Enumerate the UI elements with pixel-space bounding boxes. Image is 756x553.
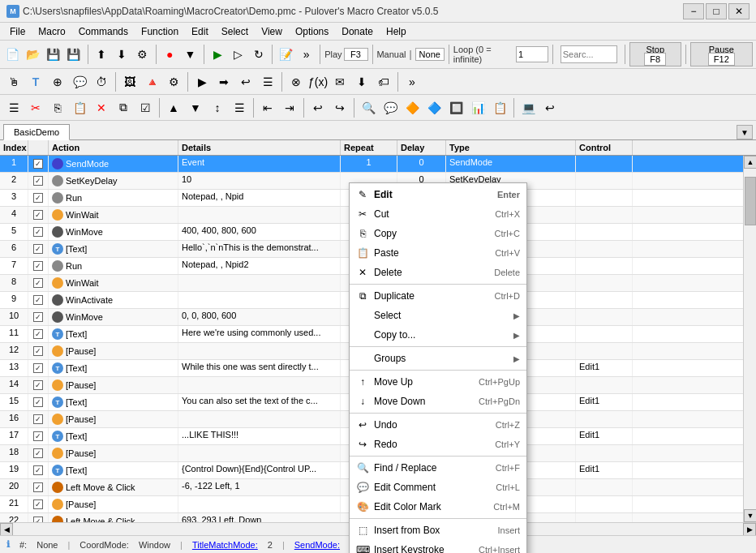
cell-check[interactable] [28,479,49,495]
cell-check[interactable] [28,326,49,342]
checkbox-9[interactable] [33,295,43,305]
checkbox-18[interactable] [33,448,43,458]
tb3-btn25[interactable]: 💻 [518,97,539,118]
cm-item-duplicate[interactable]: ⧉DuplicateCtrl+D [350,286,526,306]
tb2-btn3[interactable]: ⊕ [47,71,68,92]
tb2-btn12[interactable]: ☰ [257,71,278,92]
checkbox-20[interactable] [33,482,43,492]
cm-item-groups[interactable]: Groups▶ [350,349,526,368]
tb2-btn-T[interactable]: T [25,71,46,92]
tb2-expand[interactable]: » [402,71,423,92]
scroll-thumb[interactable] [745,177,756,225]
checkbox-7[interactable] [33,261,43,271]
cm-item-select[interactable]: Select▶ [350,306,526,325]
tb3-align-l[interactable]: ⇤ [257,97,278,118]
menu-item-options[interactable]: Options [289,24,335,39]
scroll-track[interactable] [744,169,756,509]
play-button[interactable]: ▶ [208,44,227,65]
tb3-btn21[interactable]: 🔷 [423,97,445,118]
play-key[interactable]: F3 [344,48,368,61]
cell-check[interactable] [28,428,49,444]
menu-item-function[interactable]: Function [135,24,185,39]
menu-item-file[interactable]: File [3,24,32,39]
tb3-cut[interactable]: ✂ [25,97,46,118]
cm-item-movedown[interactable]: ↓Move DownCtrl+PgDn [350,392,526,411]
cm-item-editcomment[interactable]: 💬Edit CommentCtrl+L [350,478,526,497]
checkbox-8[interactable] [33,278,43,288]
play-once-button[interactable]: ▷ [229,44,247,65]
vertical-scrollbar[interactable]: ▲ ▼ [743,156,756,522]
scroll-down-btn[interactable]: ▼ [744,509,756,522]
cell-check[interactable] [28,207,49,223]
cm-item-findreplace[interactable]: 🔍Find / ReplaceCtrl+F [350,458,526,478]
tb3-btn10[interactable]: ↕ [207,97,228,118]
cell-check[interactable] [28,292,49,308]
tb3-paste[interactable]: 📋 [69,97,90,118]
open-button[interactable]: 📂 [24,44,42,65]
menu-item-donate[interactable]: Donate [335,24,380,39]
scroll-up-btn[interactable]: ▲ [744,156,756,169]
tab-basicdemo[interactable]: BasicDemo [3,124,70,140]
cell-check[interactable] [28,173,49,189]
tb2-btn10[interactable]: ➡ [213,71,234,92]
tb3-btn24[interactable]: 📋 [489,97,510,118]
checkbox-11[interactable] [33,329,43,339]
export-button[interactable]: ⬇ [113,44,131,65]
cm-item-edit[interactable]: ✎EditEnter [350,185,526,204]
tb3-find[interactable]: 🔍 [358,97,379,118]
tb2-btn15[interactable]: ✉ [329,71,350,92]
tb3-btn19[interactable]: 💬 [380,97,401,118]
cm-item-insertkeystroke[interactable]: ⌨Insert KeystrokeCtrl+Insert [350,540,526,553]
cm-item-undo[interactable]: ↩UndoCtrl+Z [350,415,526,435]
cell-check[interactable] [28,411,49,427]
tb3-select-all[interactable]: ☰ [3,97,24,118]
cell-check[interactable] [28,496,49,512]
checkbox-16[interactable] [33,414,43,424]
cell-check[interactable] [28,275,49,291]
tb2-btn1[interactable]: 🖱 [3,71,24,92]
tb2-btn17[interactable]: 🏷 [373,71,394,92]
tb3-dup[interactable]: ⧉ [113,97,134,118]
checkbox-14[interactable] [33,380,43,390]
import-button[interactable]: ⬆ [92,44,110,65]
cm-item-copyto[interactable]: Copy to...▶ [350,325,526,345]
save-button[interactable]: 💾 [44,44,62,65]
close-button[interactable]: ✕ [728,3,750,19]
cell-check[interactable] [28,224,49,240]
cm-item-copy[interactable]: ⎘CopyCtrl+C [350,224,526,243]
menu-item-select[interactable]: Select [215,24,255,39]
status-titlematch-label[interactable]: TitleMatchMode: [192,540,258,550]
tb3-copy[interactable]: ⎘ [47,97,68,118]
cell-check[interactable] [28,360,49,376]
checkbox-10[interactable] [33,312,43,322]
cell-check[interactable] [28,513,49,522]
loop-input[interactable] [516,46,548,62]
checkbox-2[interactable] [33,176,43,186]
cell-check[interactable] [28,462,49,478]
tb3-btn22[interactable]: 🔲 [445,97,466,118]
cell-check[interactable] [28,394,49,410]
cm-item-moveup[interactable]: ↑Move UpCtrl+PgUp [350,372,526,392]
checkbox-21[interactable] [33,499,43,509]
tb2-btn4[interactable]: 💬 [69,71,90,92]
tb2-btn8[interactable]: ⚙ [163,71,184,92]
cell-check[interactable] [28,156,49,172]
script-button[interactable]: 📝 [277,44,295,65]
tb2-btn16[interactable]: ⬇ [351,71,372,92]
new-button[interactable]: 📄 [3,44,22,65]
cm-item-delete[interactable]: ✕DeleteDelete [350,263,526,282]
cm-item-insertfrombox[interactable]: ⬚Insert from BoxInsert [350,521,526,540]
tb2-btn14[interactable]: ƒ(x) [307,71,329,92]
record-dropdown[interactable]: ▼ [181,44,200,65]
menu-item-commands[interactable]: Commands [72,24,135,39]
tb3-btn11[interactable]: ☰ [229,97,250,118]
checkbox-19[interactable] [33,465,43,475]
tb2-btn7[interactable]: 🔺 [141,71,162,92]
tab-arrow[interactable]: ▼ [737,125,753,139]
search-input[interactable] [561,45,617,63]
minimize-button[interactable]: − [683,3,704,19]
tb3-btn20[interactable]: 🔶 [402,97,423,118]
checkbox-22[interactable] [33,517,43,522]
cell-check[interactable] [28,309,49,325]
checkbox-6[interactable] [33,244,43,254]
